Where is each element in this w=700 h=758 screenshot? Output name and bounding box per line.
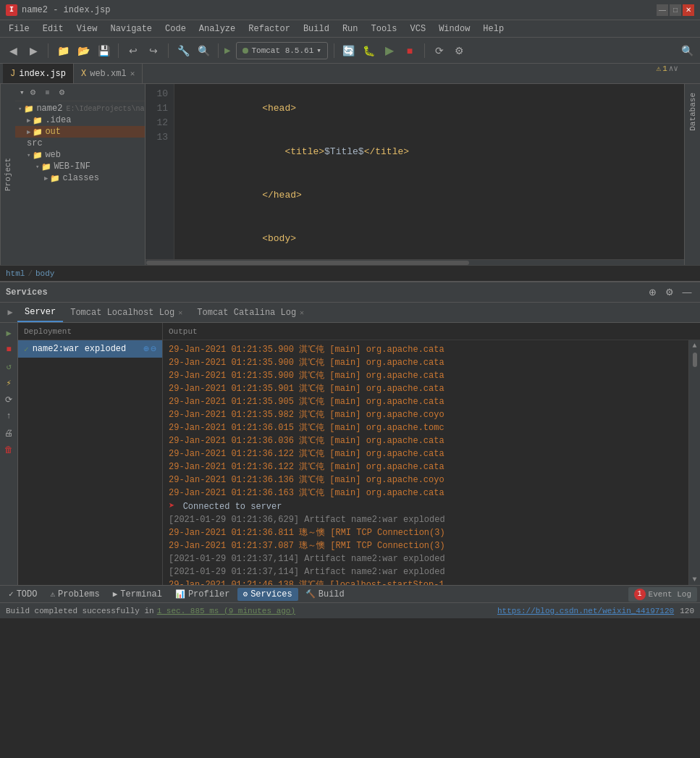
services-stop-btn[interactable]: ■ xyxy=(1,342,16,357)
toolbar-find-btn[interactable]: 🔍 xyxy=(195,42,212,59)
close-button[interactable]: ✕ xyxy=(683,4,694,16)
run-config-selector[interactable]: Tomcat 8.5.61 ▾ xyxy=(236,42,327,59)
editor-hscroll-thumb[interactable] xyxy=(146,261,469,265)
menu-tools[interactable]: Tools xyxy=(366,22,403,35)
toolbar-sep-2 xyxy=(118,43,119,58)
scroll-thumb[interactable] xyxy=(693,353,697,367)
toolbar-run-btn[interactable]: ▶ xyxy=(381,42,398,59)
tab-tomcat-catalina-close[interactable]: ✕ xyxy=(300,308,304,317)
breadcrumb-html[interactable]: html xyxy=(6,269,25,278)
code-lines[interactable]: <head> <title>$Title$</title> </head> <b… xyxy=(174,84,684,259)
project-panel-label[interactable]: Project xyxy=(0,84,15,265)
tree-item-out[interactable]: ▶ 📁 out xyxy=(15,126,145,138)
services-add-btn[interactable]: ⊕ xyxy=(645,285,659,300)
menu-refactor[interactable]: Refactor xyxy=(243,22,296,35)
tab-todo-label: TODO xyxy=(17,589,38,599)
menu-build[interactable]: Build xyxy=(298,22,335,35)
toolbar-stop-btn[interactable]: ■ xyxy=(401,42,418,59)
toolbar-back-btn[interactable]: ◀ xyxy=(4,42,22,59)
tree-item-web[interactable]: ▾ 📁 web xyxy=(15,149,145,161)
editor-hscroll[interactable] xyxy=(146,259,684,265)
tab-web-xml[interactable]: X web.xml ✕ xyxy=(74,64,143,83)
status-url[interactable]: https://blog.csdn.net/weixin_44197120 xyxy=(497,607,674,615)
toolbar-redo-btn[interactable]: ↪ xyxy=(145,42,162,59)
services-settings-btn[interactable]: ⚙ xyxy=(662,285,677,300)
tab-index-jsp[interactable]: J index.jsp xyxy=(3,64,74,83)
tab-todo[interactable]: ✓ TODO xyxy=(3,588,43,601)
tab-terminal[interactable]: ▶ Terminal xyxy=(107,588,168,601)
deploy-add-icon[interactable]: ⊕ xyxy=(143,343,149,355)
tree-item-src[interactable]: src xyxy=(15,138,145,149)
menu-file[interactable]: File xyxy=(3,22,35,35)
tab-web-xml-close[interactable]: ✕ xyxy=(130,69,135,78)
output-scrollbar[interactable]: ▲ ▼ xyxy=(688,340,700,585)
menu-view[interactable]: View xyxy=(71,22,104,35)
toolbar-refresh-btn[interactable]: 🔄 xyxy=(340,42,358,59)
toolbar-undo-btn[interactable]: ↩ xyxy=(125,42,142,59)
services-redeploy-btn[interactable]: ⚡ xyxy=(1,376,16,390)
deploy-minus-icon[interactable]: ⊖ xyxy=(151,343,156,355)
services-deploy-btn[interactable]: ↑ xyxy=(1,409,16,424)
tree-item-idea[interactable]: ▶ 📁 .idea xyxy=(15,114,145,126)
output-content[interactable]: 29-Jan-2021 01:21:35.900 淇℃伅 [main] org.… xyxy=(163,340,688,585)
tree-item-classes[interactable]: ▶ 📁 classes xyxy=(15,172,145,184)
tab-tomcat-localhost-log[interactable]: Tomcat Localhost Log ✕ xyxy=(63,303,190,322)
editor-area: 10 11 12 13 <head> <title>$Title$</title… xyxy=(146,84,684,265)
toolbar-settings-btn[interactable]: ⚙ xyxy=(451,42,468,59)
tab-problems[interactable]: ⚠ Problems xyxy=(44,588,105,601)
project-filter-btn[interactable]: ≡ xyxy=(42,87,54,98)
project-settings-btn[interactable]: ⚙ xyxy=(28,87,39,98)
scroll-down-arrow[interactable]: ▼ xyxy=(692,576,696,584)
toolbar-open-btn[interactable]: 📂 xyxy=(75,42,92,59)
services-tabs-arrow[interactable]: ▶ xyxy=(3,303,17,322)
output-line-connected: ➤ Connected to server xyxy=(169,500,683,513)
right-sidebar-database[interactable]: Database xyxy=(684,84,700,265)
tab-server[interactable]: Server xyxy=(17,303,63,322)
services-delete-btn[interactable]: 🗑 xyxy=(1,442,16,457)
toolbar-new-btn[interactable]: 📁 xyxy=(54,42,72,59)
menu-navigate[interactable]: Navigate xyxy=(104,22,158,35)
tree-item-name2[interactable]: ▾ 📁 name2 E:\IdeaProjects\na... xyxy=(15,103,145,114)
title-bar: I name2 - index.jsp — □ ✕ xyxy=(0,0,700,20)
toolbar-update-btn[interactable]: ⟳ xyxy=(431,42,448,59)
menu-window[interactable]: Window xyxy=(433,22,476,35)
menu-vcs[interactable]: VCS xyxy=(405,22,432,35)
services-print-btn[interactable]: 🖨 xyxy=(1,426,16,440)
output-header: Output xyxy=(163,323,700,340)
tab-services-label: Services xyxy=(250,589,292,599)
output-line-4: 29-Jan-2021 01:21:35.901 淇℃伅 [main] org.… xyxy=(169,382,683,395)
deployment-header-label: Deployment xyxy=(24,327,72,336)
project-more-btn[interactable]: ⚙ xyxy=(56,87,68,98)
event-log-button[interactable]: 1 Event Log xyxy=(628,587,697,602)
services-restart-btn[interactable]: ↺ xyxy=(1,359,16,374)
toolbar-debug-btn[interactable]: 🐛 xyxy=(360,42,378,59)
breadcrumb-body[interactable]: body xyxy=(35,269,54,278)
toolbar-forward-btn[interactable]: ▶ xyxy=(25,42,42,59)
project-label-text: Project xyxy=(4,158,12,191)
tab-tomcat-catalina-log[interactable]: Tomcat Catalina Log ✕ xyxy=(190,303,311,322)
services-content: ▶ ■ ↺ ⚡ ⟳ ↑ 🖨 🗑 Deployment ✓ name2:war e… xyxy=(0,323,700,585)
maximize-button[interactable]: □ xyxy=(670,4,681,16)
tab-services[interactable]: ⚙ Services xyxy=(237,588,298,601)
tab-profiler[interactable]: 📊 Profiler xyxy=(169,588,236,601)
output-line-artifact-3: [2021-01-29 01:21:37,114] Artifact name2… xyxy=(169,565,683,578)
toolbar-structure-btn[interactable]: 🔧 xyxy=(174,42,192,59)
tab-build[interactable]: 🔨 Build xyxy=(300,588,350,601)
scroll-up-arrow[interactable]: ▲ xyxy=(692,342,696,350)
project-header-expand[interactable]: ▾ xyxy=(20,88,25,97)
services-minimize-btn[interactable]: — xyxy=(680,285,694,300)
minimize-button[interactable]: — xyxy=(657,4,668,16)
menu-analyze[interactable]: Analyze xyxy=(193,22,241,35)
tab-tomcat-localhost-close[interactable]: ✕ xyxy=(178,308,182,317)
services-run-btn[interactable]: ▶ xyxy=(1,326,16,340)
menu-edit[interactable]: Edit xyxy=(37,22,69,35)
deploy-item-name2war[interactable]: ✓ name2:war exploded ⊕ ⊖ xyxy=(18,340,162,358)
toolbar-search-btn[interactable]: 🔍 xyxy=(678,42,696,59)
menu-help[interactable]: Help xyxy=(477,22,510,35)
toolbar-save-btn[interactable]: 💾 xyxy=(95,42,112,59)
tree-item-webinf[interactable]: ▾ 📁 WEB-INF xyxy=(15,161,145,172)
services-refresh-btn[interactable]: ⟳ xyxy=(1,392,16,407)
project-header: ▾ ⚙ ≡ ⚙ xyxy=(15,84,145,101)
menu-code[interactable]: Code xyxy=(159,22,192,35)
menu-run[interactable]: Run xyxy=(337,22,364,35)
